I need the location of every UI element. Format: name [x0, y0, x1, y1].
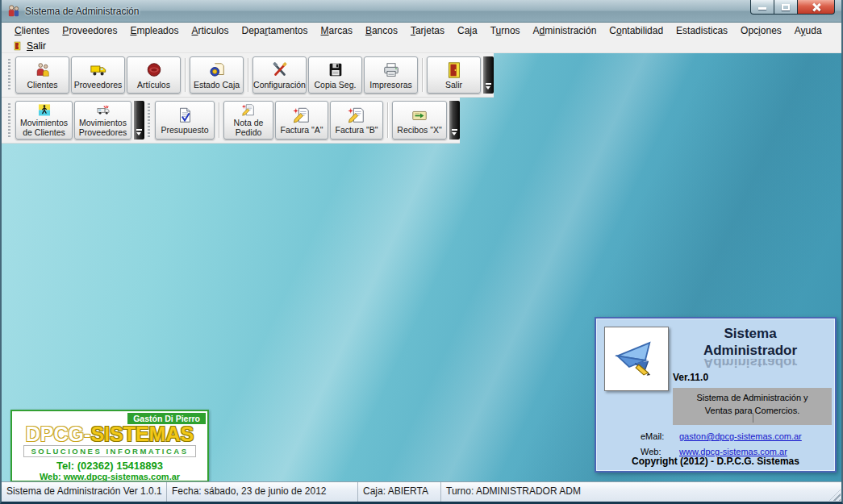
- vendor-owner-badge: Gastón Di Pierro: [127, 413, 206, 424]
- vendor-brand: DPCG-SISTEMAS: [12, 424, 207, 444]
- toolbar-button-impresoras[interactable]: Impresoras: [364, 56, 418, 94]
- status-turno: Turno: ADMINISTRADOR ADM: [441, 482, 841, 502]
- desktop-area: Clientes Proveedores Artículos Estado Ca…: [2, 53, 841, 481]
- status-version: Sistema de Administración Ver 1.0.1: [2, 482, 167, 502]
- menu-item-opciones[interactable]: Opciones: [734, 23, 788, 38]
- menu-item-departamentos[interactable]: Departamentos: [236, 23, 315, 38]
- toolbar-grip[interactable]: [8, 103, 10, 137]
- app-about-icon: [613, 335, 660, 382]
- maximize-button[interactable]: [774, 0, 798, 15]
- backup-floppy-icon: [327, 61, 344, 79]
- toolbar-button-estado-caja[interactable]: Estado Caja: [190, 56, 244, 94]
- toolbar-button-nota-pedido[interactable]: Nota dePedido: [223, 101, 273, 140]
- receipts-icon: [411, 106, 428, 124]
- toolbar-button-factura-a[interactable]: Factura "A": [275, 101, 328, 140]
- toolbar-button-movimientos-proveedores[interactable]: MovimientosProveedores: [74, 101, 131, 140]
- window-title: Sistema de Administración: [25, 6, 139, 17]
- about-email-row: eMail: gaston@dpcg-sistemas.com.ar: [641, 431, 802, 441]
- cash-status-icon: [208, 61, 226, 79]
- menu-item-contabilidad[interactable]: Contabilidad: [603, 23, 670, 38]
- about-description: Sistema de Administración y Ventas para …: [673, 388, 832, 425]
- toolbar-grip[interactable]: [8, 59, 10, 91]
- toolbar-button-presupuesto[interactable]: Presupuesto: [155, 101, 215, 140]
- toolbar-button-configuracion[interactable]: Configuración: [252, 56, 307, 94]
- client-movements-icon: [35, 103, 53, 117]
- about-panel: SistemaAdministrador Administrador Ver.1…: [595, 317, 837, 473]
- close-button[interactable]: [798, 0, 835, 15]
- menu-item-salir[interactable]: Salir: [8, 40, 51, 52]
- title-bar: Sistema de Administración: [2, 0, 841, 23]
- toolbar-overflow-chevron[interactable]: [449, 101, 460, 140]
- toolbar-overflow-chevron[interactable]: [134, 101, 144, 140]
- menu-item-turnos[interactable]: Turnos: [484, 23, 527, 38]
- menu-item-estadisticas[interactable]: Estadisticas: [670, 23, 734, 38]
- about-version: Ver.11.0: [673, 372, 708, 383]
- description-tick: [753, 413, 753, 423]
- close-icon: [812, 2, 821, 12]
- status-caja: Caja: ABIERTA: [358, 482, 441, 502]
- menu-bar-secondary: Salir: [2, 39, 841, 53]
- app-window: Sistema de Administración Clientes Prove…: [0, 0, 843, 504]
- menu-item-empleados[interactable]: Empleados: [123, 23, 185, 38]
- toolbar-button-movimientos-clientes[interactable]: Movimientosde Clientes: [15, 101, 73, 140]
- clients-icon: [34, 61, 52, 79]
- menu-item-tarjetas[interactable]: Tarjetas: [404, 23, 451, 38]
- exit-door-icon: [445, 61, 463, 79]
- toolbar-secondary: Movimientosde Clientes MovimientosProvee…: [2, 98, 460, 144]
- toolbar-separator: [248, 58, 248, 92]
- status-date: Fecha: sábado, 23 de junio de 2012: [167, 482, 358, 502]
- status-bar: Sistema de Administración Ver 1.0.1 Fech…: [2, 481, 841, 502]
- menu-item-administracion[interactable]: Administración: [527, 23, 603, 38]
- minimize-icon: [758, 7, 766, 10]
- toolbar-separator: [422, 58, 423, 92]
- invoice-b-icon: [348, 106, 365, 124]
- toolbar-button-clientes[interactable]: Clientes: [15, 56, 69, 94]
- about-copyright: Copyright (2012) - D.P.C.G. Sistemas: [596, 456, 835, 467]
- toolbar-overflow-chevron[interactable]: [483, 56, 494, 94]
- toolbar-button-factura-b[interactable]: Factura "B": [330, 101, 383, 140]
- toolbar-button-articulos[interactable]: Artículos: [127, 56, 181, 94]
- exit-door-icon: [13, 40, 23, 52]
- menu-item-caja[interactable]: Caja: [451, 23, 484, 38]
- supplier-movements-icon: [94, 103, 112, 117]
- menu-item-marcas[interactable]: Marcas: [315, 23, 359, 38]
- toolbar-grip[interactable]: [148, 103, 150, 137]
- menu-bar: Clientes Proveedores Empleados Articulos…: [2, 23, 841, 39]
- vendor-logo: Gastón Di Pierro DPCG-SISTEMAS SOLUCIONE…: [10, 410, 209, 481]
- toolbar-button-salir[interactable]: Salir: [427, 56, 481, 94]
- suppliers-truck-icon: [90, 61, 107, 79]
- toolbar-button-copia-seg[interactable]: Copia Seg.: [308, 56, 362, 94]
- settings-tools-icon: [271, 61, 289, 79]
- email-label: eMail:: [641, 431, 673, 441]
- about-title-reflection: Administrador: [670, 359, 830, 370]
- menu-item-articulos[interactable]: Articulos: [185, 23, 235, 38]
- order-note-icon: [240, 103, 257, 117]
- toolbar-separator: [185, 58, 186, 92]
- menu-item-bancos[interactable]: Bancos: [359, 23, 404, 38]
- minimize-button[interactable]: [750, 0, 774, 15]
- about-title: SistemaAdministrador: [670, 325, 830, 360]
- printer-icon: [382, 61, 400, 79]
- toolbar-separator: [387, 102, 388, 138]
- menu-item-ayuda[interactable]: Ayuda: [788, 23, 828, 38]
- maximize-icon: [782, 4, 790, 10]
- menu-item-proveedores[interactable]: Proveedores: [56, 23, 123, 38]
- budget-check-icon: [176, 106, 194, 124]
- email-link[interactable]: gaston@dpcg-sistemas.com.ar: [679, 431, 802, 441]
- caption-buttons: [750, 0, 835, 15]
- menu-item-clientes[interactable]: Clientes: [8, 23, 56, 38]
- app-icon: [6, 4, 21, 19]
- toolbar-button-recibos-x[interactable]: Recibos "X": [392, 101, 447, 140]
- about-icon-box: [604, 327, 669, 391]
- toolbar-separator: [219, 102, 219, 138]
- toolbar-button-proveedores[interactable]: Proveedores: [71, 56, 125, 94]
- vendor-website: Web: www.dpcg-sistemas.com.ar: [12, 472, 207, 481]
- articles-seal-icon: [145, 61, 163, 79]
- toolbar-main: Clientes Proveedores Artículos Estado Ca…: [2, 53, 494, 98]
- vendor-phone: Tel: (02362) 15418893: [12, 460, 207, 472]
- invoice-a-icon: [293, 106, 311, 124]
- vendor-subtitle: SOLUCIONES INFORMATICAS: [23, 445, 196, 457]
